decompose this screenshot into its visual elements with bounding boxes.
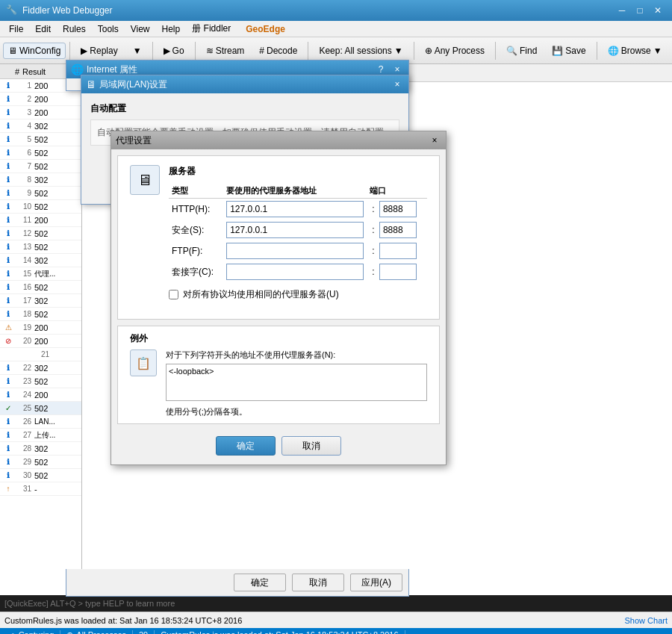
session-row[interactable]: ℹ28302 bbox=[0, 442, 81, 456]
col-type-header: 类型 bbox=[169, 184, 223, 199]
session-row[interactable]: ℹ16502 bbox=[0, 281, 81, 294]
ftp-proxy-row: FTP(F): : bbox=[169, 240, 427, 261]
same-proxy-label: 对所有协议均使用相同的代理服务器(U) bbox=[183, 288, 339, 301]
http-port-input[interactable] bbox=[379, 201, 417, 217]
session-row[interactable]: ℹ11200 bbox=[0, 214, 81, 227]
lan-settings-close-button[interactable]: × bbox=[391, 78, 404, 90]
title-bar: 🔧 Fiddler Web Debugger ─ □ ✕ bbox=[0, 0, 672, 21]
save-button[interactable]: 💾 Save bbox=[545, 43, 592, 59]
replay-button[interactable]: ▶ Replay bbox=[74, 43, 124, 59]
socks-port-input[interactable] bbox=[379, 264, 417, 280]
menu-rules[interactable]: Rules bbox=[57, 22, 92, 36]
process-button[interactable]: ⊕ Any Process bbox=[418, 43, 491, 59]
socks-address-input[interactable] bbox=[226, 264, 364, 280]
menu-view[interactable]: View bbox=[125, 22, 156, 36]
internet-properties-close-button[interactable]: × bbox=[391, 63, 404, 75]
dialog-proxy-settings: 代理设置 × 🖥 服务器 类型 要使用的代理服务器地址 端口 bbox=[111, 131, 447, 465]
session-row[interactable]: ℹ2200 bbox=[0, 93, 81, 106]
keep-button[interactable]: Keep: All sessions ▼ bbox=[312, 43, 409, 59]
replay-icon: ▶ bbox=[81, 46, 87, 56]
menu-fiddler[interactable]: 册 Fiddler bbox=[186, 21, 237, 37]
show-chart-link[interactable]: Show Chart bbox=[625, 616, 668, 625]
session-row[interactable]: ℹ4302 bbox=[0, 119, 81, 133]
session-row[interactable]: ↑31- bbox=[0, 482, 81, 496]
ftp-colon: : bbox=[370, 246, 376, 256]
proxy-exceptions-section: 例外 📋 对于下列字符开头的地址不使用代理服务器(N): <-loopback>… bbox=[117, 326, 440, 424]
menu-edit[interactable]: Edit bbox=[29, 22, 57, 36]
decode-label: Decode bbox=[267, 46, 297, 56]
session-row[interactable]: 21 bbox=[0, 348, 81, 361]
capturing-label: Capturing bbox=[19, 630, 55, 634]
session-row[interactable]: ℹ27上传... bbox=[0, 429, 81, 442]
internet-cancel-button[interactable]: 取消 bbox=[292, 574, 344, 591]
session-row[interactable]: ℹ18502 bbox=[0, 308, 81, 321]
session-row[interactable]: ⚠19200 bbox=[0, 321, 81, 335]
secure-label: 安全(S): bbox=[169, 220, 223, 240]
menu-geoedge[interactable]: GeoEdge bbox=[240, 22, 291, 36]
exceptions-icon: 📋 bbox=[130, 349, 157, 376]
session-row[interactable]: ℹ3200 bbox=[0, 106, 81, 119]
session-row[interactable]: ℹ22302 bbox=[0, 361, 81, 375]
proxy-settings-close-button[interactable]: × bbox=[428, 134, 441, 146]
secure-port-input[interactable] bbox=[379, 222, 417, 238]
http-address-input[interactable] bbox=[226, 201, 364, 217]
session-row[interactable]: ℹ17302 bbox=[0, 294, 81, 308]
session-row[interactable]: ℹ12502 bbox=[0, 227, 81, 240]
proxy-dialog-buttons: 确定 取消 bbox=[111, 430, 446, 464]
session-row[interactable]: ℹ15代理... bbox=[0, 267, 81, 281]
minimize-button[interactable]: ─ bbox=[614, 4, 630, 17]
stream-button[interactable]: ≋ Stream bbox=[199, 43, 252, 59]
session-row[interactable]: ⊘20200 bbox=[0, 335, 81, 348]
same-proxy-checkbox[interactable] bbox=[169, 290, 178, 299]
session-row[interactable]: ℹ23502 bbox=[0, 375, 81, 388]
keep-label: Keep: All sessions bbox=[319, 46, 391, 56]
internet-properties-help-button[interactable]: ? bbox=[374, 63, 388, 75]
secure-proxy-row: 安全(S): : bbox=[169, 220, 427, 240]
proxy-settings-title-bar: 代理设置 × bbox=[111, 131, 446, 149]
session-row[interactable]: ℹ29502 bbox=[0, 456, 81, 469]
http-address-cell bbox=[223, 199, 367, 220]
session-row[interactable]: ℹ14302 bbox=[0, 254, 81, 267]
quickexec-input[interactable] bbox=[4, 599, 668, 608]
go-label: Go bbox=[172, 46, 184, 56]
menu-file[interactable]: File bbox=[3, 22, 29, 36]
browse-button[interactable]: 🌐 Browse ▼ bbox=[601, 43, 669, 59]
session-row[interactable]: ℹ24200 bbox=[0, 388, 81, 402]
ftp-address-input[interactable] bbox=[226, 243, 364, 259]
session-row[interactable]: ℹ6502 bbox=[0, 146, 81, 160]
internet-properties-buttons: 确定 取消 应用(A) bbox=[66, 569, 409, 597]
close-window-button[interactable]: ✕ bbox=[650, 4, 666, 17]
app-icon: 🔧 bbox=[6, 4, 18, 16]
secure-port-cell: : bbox=[367, 220, 427, 240]
find-button[interactable]: 🔍 Find bbox=[500, 43, 544, 59]
session-row[interactable]: ✓25502 bbox=[0, 402, 81, 415]
internet-ok-button[interactable]: 确定 bbox=[234, 574, 286, 591]
menu-tools[interactable]: Tools bbox=[92, 22, 125, 36]
session-row[interactable]: ℹ8302 bbox=[0, 173, 81, 187]
auto-config-title: 自动配置 bbox=[90, 102, 399, 115]
go-button[interactable]: ▶ Go bbox=[157, 43, 191, 59]
replay-dropdown[interactable]: ▼ bbox=[126, 43, 149, 59]
session-row[interactable]: ℹ13502 bbox=[0, 240, 81, 254]
http-colon: : bbox=[370, 204, 376, 214]
browse-label: Browse bbox=[621, 46, 651, 56]
winconfig-button[interactable]: 🖥 WinConfig bbox=[3, 43, 66, 59]
session-row[interactable]: ℹ5502 bbox=[0, 133, 81, 146]
proxy-ok-button[interactable]: 确定 bbox=[216, 436, 276, 456]
session-row[interactable]: ℹ30502 bbox=[0, 469, 81, 482]
lan-settings-title-bar: 🖥 局域网(LAN)设置 × bbox=[81, 75, 408, 93]
session-row[interactable]: ℹ10502 bbox=[0, 200, 81, 214]
stream-label: Stream bbox=[216, 46, 245, 56]
decode-button[interactable]: # Decode bbox=[252, 43, 304, 59]
secure-address-input[interactable] bbox=[226, 222, 364, 238]
internet-apply-button[interactable]: 应用(A) bbox=[350, 574, 402, 591]
exceptions-textarea[interactable]: <-loopback> bbox=[166, 364, 427, 401]
save-icon: 💾 bbox=[552, 46, 563, 56]
maximize-button[interactable]: □ bbox=[632, 4, 648, 17]
session-row[interactable]: ℹ9502 bbox=[0, 187, 81, 200]
proxy-cancel-button[interactable]: 取消 bbox=[281, 436, 341, 456]
session-row[interactable]: ℹ26LAN... bbox=[0, 415, 81, 429]
menu-help[interactable]: Help bbox=[156, 22, 187, 36]
ftp-port-input[interactable] bbox=[379, 243, 417, 259]
session-row[interactable]: ℹ7502 bbox=[0, 160, 81, 173]
